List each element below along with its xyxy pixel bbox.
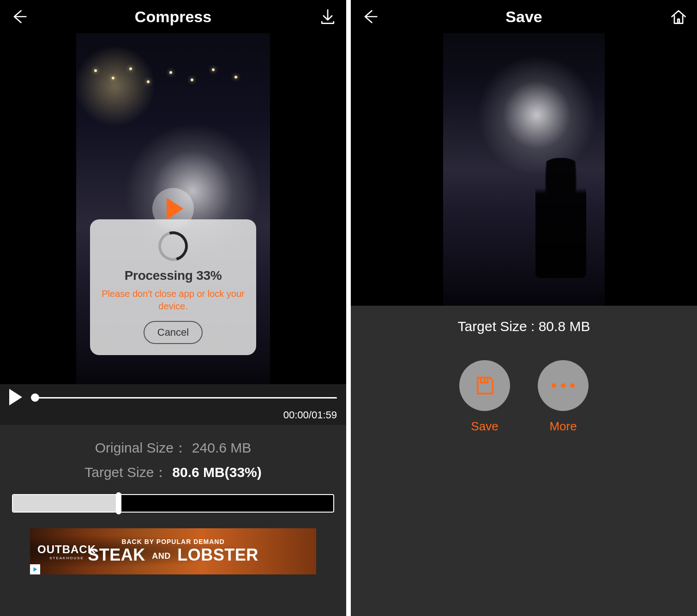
- compress-screen: Compress Processing 33% Please don't clo…: [0, 0, 346, 616]
- cancel-button[interactable]: Cancel: [144, 321, 203, 344]
- modal-title: Processing 33%: [99, 268, 247, 283]
- modal-message: Please don't close app or lock your devi…: [99, 288, 247, 313]
- size-slider[interactable]: [12, 492, 334, 514]
- original-size-label: Original Size：: [95, 439, 187, 458]
- playback-bar: 00:00/01:59: [0, 384, 346, 425]
- seek-knob[interactable]: [31, 393, 39, 402]
- video-preview[interactable]: Processing 33% Please don't close app or…: [0, 33, 346, 384]
- size-panel: Original Size： 240.6 MB Target Size： 80.…: [0, 425, 346, 616]
- seek-track[interactable]: [35, 397, 337, 399]
- more-button[interactable]: [538, 360, 589, 411]
- ad-text: BACK BY POPULAR DEMAND STEAK AND LOBSTER: [88, 538, 258, 565]
- play-icon: [167, 198, 183, 220]
- ad-brand-logo: OUTBACK STEAKHOUSE: [37, 543, 96, 560]
- back-button[interactable]: [8, 6, 29, 27]
- target-size-text: Target Size : 80.8 MB: [351, 319, 697, 334]
- header: Save: [351, 0, 697, 33]
- ad-banner[interactable]: OUTBACK STEAKHOUSE BACK BY POPULAR DEMAN…: [30, 528, 316, 574]
- download-button[interactable]: [318, 6, 338, 27]
- back-button[interactable]: [359, 6, 379, 27]
- more-action: More: [538, 360, 589, 434]
- page-title: Compress: [135, 8, 211, 26]
- target-size-label: Target Size：: [84, 463, 168, 482]
- play-button[interactable]: [9, 389, 27, 406]
- home-button[interactable]: [668, 6, 689, 27]
- play-icon: [9, 389, 22, 405]
- action-row: Save More: [351, 360, 697, 434]
- save-icon: [473, 374, 497, 398]
- save-button[interactable]: [459, 360, 510, 411]
- save-action: Save: [459, 360, 510, 434]
- slider-knob[interactable]: [116, 492, 121, 514]
- ad-choices-icon[interactable]: [30, 564, 40, 574]
- video-thumbnail: [443, 33, 605, 306]
- more-icon: [549, 381, 577, 390]
- video-preview[interactable]: [351, 33, 697, 306]
- save-screen: Save Target Size : 80.8 MB Save: [351, 0, 697, 616]
- header: Compress: [0, 0, 346, 33]
- slider-fill: [13, 495, 119, 512]
- processing-modal: Processing 33% Please don't close app or…: [90, 219, 256, 355]
- target-size-value: 80.6 MB(33%): [172, 465, 261, 480]
- original-size-row: Original Size： 240.6 MB: [12, 439, 334, 458]
- spinner-icon: [153, 226, 193, 266]
- target-size-row: Target Size： 80.6 MB(33%): [12, 463, 334, 482]
- save-body: Target Size : 80.8 MB Save More: [351, 306, 697, 616]
- save-label: Save: [459, 419, 510, 434]
- page-title: Save: [505, 8, 542, 26]
- more-label: More: [538, 419, 589, 434]
- original-size-value: 240.6 MB: [192, 440, 251, 456]
- time-display: 00:00/01:59: [9, 409, 337, 421]
